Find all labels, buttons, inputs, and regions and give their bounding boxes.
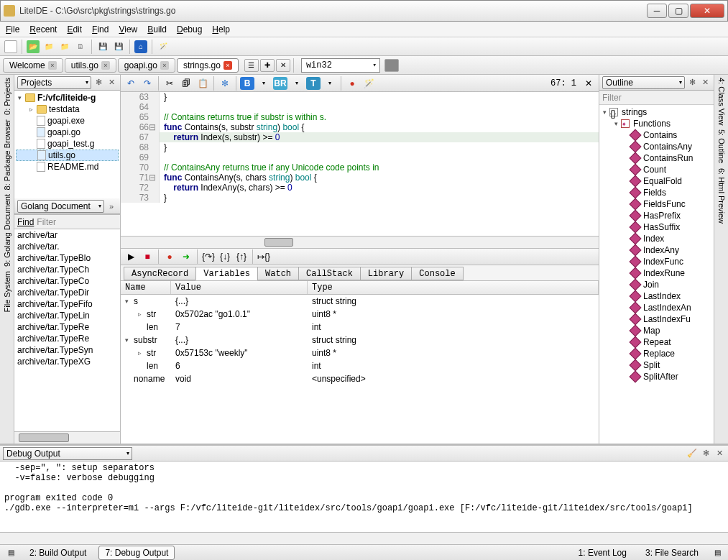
- wand-icon[interactable]: 🪄: [361, 77, 376, 90]
- golang-doc-list[interactable]: archive/tararchive/tar.archive/tar.TypeB…: [14, 229, 120, 431]
- outline-func[interactable]: IndexRune: [601, 267, 712, 279]
- doc-item[interactable]: archive/tar.TypeBlo: [14, 252, 120, 264]
- gear2-icon[interactable]: ✻: [218, 77, 232, 90]
- hscroll[interactable]: [14, 431, 120, 444]
- outline-func[interactable]: Count: [601, 164, 712, 175]
- tree-node[interactable]: README.md: [16, 161, 119, 173]
- projects-combo[interactable]: Projects: [17, 76, 91, 89]
- golang-doc-combo[interactable]: Golang Document: [17, 200, 104, 213]
- close-icon[interactable]: ✕: [714, 448, 725, 459]
- tree-root[interactable]: ▾F:/vfc/liteide-g: [16, 92, 119, 104]
- debug-stop-icon[interactable]: ■: [140, 250, 155, 263]
- tablist-icon[interactable]: ☰: [244, 59, 259, 72]
- debug-output-text[interactable]: -sep=", ": setup separators -v=false: ve…: [0, 462, 728, 532]
- outline-tree[interactable]: ▾{}strings▾FunctionsContainsContainsAnyC…: [599, 105, 714, 444]
- sidebar-tab[interactable]: 5: Outline: [717, 129, 726, 163]
- folder2-icon[interactable]: 📁: [58, 40, 71, 53]
- tree-node[interactable]: goapi.go: [16, 127, 119, 138]
- outline-functions[interactable]: ▾Functions: [601, 118, 712, 129]
- doc-item[interactable]: archive/tar.: [14, 241, 120, 252]
- editor-hscroll[interactable]: [121, 236, 599, 248]
- tab-goapi.go[interactable]: goapi.go×: [118, 58, 175, 73]
- clear-icon[interactable]: 🧹: [686, 448, 698, 459]
- menu-view[interactable]: View: [119, 24, 137, 35]
- tab-close-icon[interactable]: ×: [48, 61, 57, 70]
- sidebar-tab[interactable]: File System: [3, 271, 11, 312]
- doc-item[interactable]: archive/tar.TypeDir: [14, 287, 120, 298]
- close-editor-icon[interactable]: ✕: [581, 77, 596, 90]
- status-icon[interactable]: ▤: [4, 546, 17, 559]
- run-dd-icon[interactable]: ▾: [290, 77, 304, 90]
- outline-func[interactable]: Split: [601, 359, 712, 371]
- debug-output-btn[interactable]: 7: Debug Output: [98, 546, 175, 560]
- outline-func[interactable]: ContainsAny: [601, 141, 712, 152]
- sidebar-tab[interactable]: 0: Projects: [3, 78, 11, 115]
- variables-panel[interactable]: Name Value Type ▾s{...}struct string▹str…: [121, 281, 599, 444]
- outline-func[interactable]: Repeat: [601, 336, 712, 348]
- project-tree[interactable]: ▾F:/vfc/liteide-g▹testdatagoapi.exegoapi…: [14, 91, 120, 198]
- debug-tab-variables[interactable]: Variables: [195, 267, 258, 280]
- sidebar-tab[interactable]: 4: Class View: [717, 78, 726, 125]
- close-panel-icon[interactable]: ✕: [699, 77, 711, 88]
- tab-close-icon[interactable]: ×: [160, 61, 169, 70]
- outline-filter[interactable]: Filter: [599, 91, 714, 105]
- saveall-icon[interactable]: 💾: [112, 40, 125, 53]
- step-into-icon[interactable]: {↓}: [218, 250, 232, 263]
- doc-item[interactable]: archive/tar.TypeLin: [14, 310, 120, 321]
- build-output-btn[interactable]: 2: Build Output: [23, 546, 93, 560]
- run-to-icon[interactable]: ↦{}: [257, 250, 271, 263]
- outline-func[interactable]: Fields: [601, 187, 712, 198]
- expand-icon[interactable]: »: [106, 201, 117, 212]
- outline-func[interactable]: LastIndex: [601, 290, 712, 302]
- add-tab-icon[interactable]: ✚: [260, 59, 275, 72]
- outline-func[interactable]: IndexAny: [601, 244, 712, 256]
- tab-Welcome[interactable]: Welcome×: [3, 58, 63, 73]
- tree-node[interactable]: goapi_test.g: [16, 138, 119, 150]
- outline-func[interactable]: FieldsFunc: [601, 198, 712, 210]
- open-folder-icon[interactable]: 📂: [27, 40, 40, 53]
- outline-func[interactable]: SplitAfter: [601, 371, 712, 382]
- tree-node[interactable]: utils.go: [16, 150, 119, 161]
- gear-icon[interactable]: ✻: [93, 77, 104, 88]
- step-out-icon[interactable]: {↑}: [234, 250, 249, 263]
- outline-func[interactable]: IndexFunc: [601, 256, 712, 267]
- file-search-btn[interactable]: 3: File Search: [639, 546, 705, 560]
- save-icon[interactable]: 💾: [96, 40, 109, 53]
- outline-func[interactable]: Replace: [601, 348, 712, 359]
- debug-start-icon[interactable]: ▶: [124, 250, 138, 263]
- debug-tab-callstack[interactable]: CallStack: [298, 267, 361, 280]
- close-panel-icon[interactable]: ✕: [106, 77, 117, 88]
- menu-file[interactable]: File: [6, 24, 19, 35]
- paste-icon[interactable]: 📋: [195, 77, 210, 90]
- doc-item[interactable]: archive/tar.TypeXG: [14, 356, 120, 367]
- maximize-button[interactable]: ▢: [668, 4, 688, 18]
- col-type[interactable]: Type: [308, 281, 599, 294]
- event-log-btn[interactable]: 1: Event Log: [572, 546, 633, 560]
- tab-strings.go[interactable]: strings.go×: [177, 58, 239, 73]
- copy-icon[interactable]: 🗐: [179, 77, 193, 90]
- close-tab-icon[interactable]: ✕: [276, 59, 290, 72]
- gear-icon[interactable]: ✻: [700, 448, 711, 459]
- debug-output-combo[interactable]: Debug Output: [3, 447, 132, 460]
- var-row[interactable]: ▾substr{...}struct string: [121, 334, 599, 346]
- outline-pkg[interactable]: ▾{}strings: [601, 106, 712, 118]
- var-row[interactable]: len6int: [121, 359, 599, 372]
- filter-placeholder[interactable]: Filter: [37, 217, 56, 227]
- var-row[interactable]: nonamevoid<unspecified>: [121, 372, 599, 385]
- outline-func[interactable]: HasPrefix: [601, 210, 712, 221]
- test-dd-icon[interactable]: ▾: [323, 77, 337, 90]
- doc-item[interactable]: archive/tar.TypeRe: [14, 321, 120, 333]
- tree-node[interactable]: ▹testdata: [16, 104, 119, 115]
- stop-icon[interactable]: [384, 59, 399, 72]
- sidebar-tab[interactable]: 6: Html Preview: [717, 168, 726, 224]
- build-icon[interactable]: B: [240, 77, 254, 90]
- var-row[interactable]: ▹str0x5702ac "go1.0.1"uint8 *: [121, 308, 599, 321]
- menu-recent[interactable]: Recent: [29, 24, 57, 35]
- outline-func[interactable]: ContainsRun: [601, 152, 712, 164]
- new-icon[interactable]: [4, 40, 17, 53]
- menu-edit[interactable]: Edit: [67, 24, 82, 35]
- outline-func[interactable]: Index: [601, 233, 712, 244]
- outline-func[interactable]: Map: [601, 325, 712, 336]
- outline-func[interactable]: EqualFold: [601, 175, 712, 187]
- tree-node[interactable]: goapi.exe: [16, 115, 119, 127]
